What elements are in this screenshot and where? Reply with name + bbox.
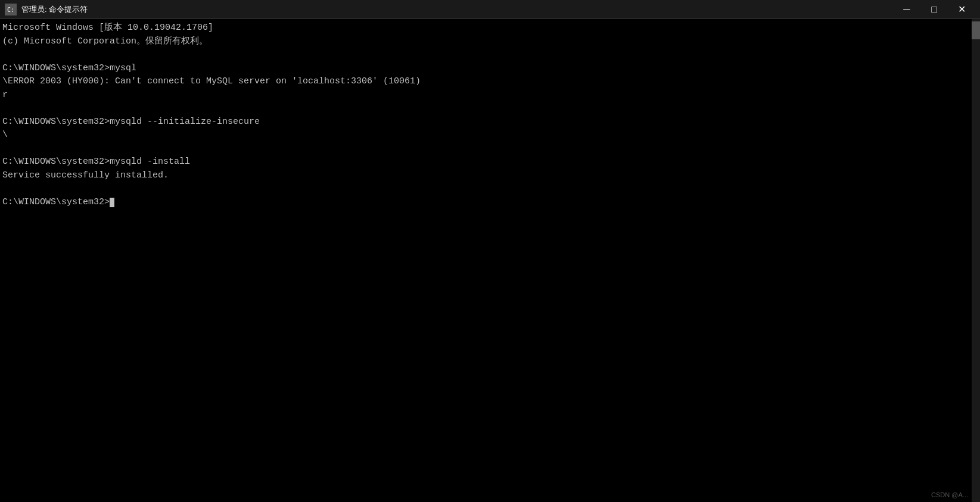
watermark: CSDN @A... — [931, 491, 968, 498]
svg-text:C:: C: — [7, 7, 14, 13]
scrollbar[interactable] — [972, 19, 980, 502]
maximize-button[interactable]: □ — [920, 0, 948, 19]
titlebar-icon: C: — [5, 4, 17, 15]
minimize-button[interactable]: ─ — [893, 0, 920, 19]
close-button[interactable]: ✕ — [948, 0, 975, 19]
scrollbar-thumb[interactable] — [972, 21, 980, 39]
titlebar: C: 管理员: 命令提示符 ─ □ ✕ — [0, 0, 980, 19]
console-output: Microsoft Windows [版本 10.0.19042.1706] (… — [2, 21, 980, 209]
cmd-window: C: 管理员: 命令提示符 ─ □ ✕ Microsoft Windows [版… — [0, 0, 980, 502]
console-body[interactable]: Microsoft Windows [版本 10.0.19042.1706] (… — [0, 19, 980, 502]
titlebar-controls: ─ □ ✕ — [893, 0, 975, 19]
cursor — [110, 198, 114, 207]
titlebar-title: 管理员: 命令提示符 — [21, 4, 893, 15]
